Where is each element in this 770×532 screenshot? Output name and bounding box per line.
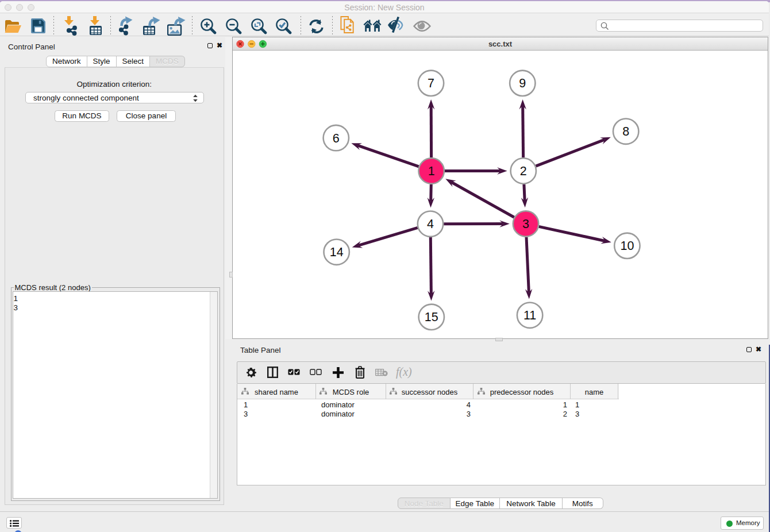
svg-text:8: 8 <box>622 125 629 138</box>
svg-text:1: 1 <box>428 164 435 178</box>
svg-text:15: 15 <box>425 310 438 324</box>
svg-text:7: 7 <box>428 76 434 90</box>
svg-text:6: 6 <box>333 132 340 145</box>
svg-text:3: 3 <box>522 217 529 231</box>
svg-text:9: 9 <box>519 76 526 90</box>
svg-text:14: 14 <box>330 245 344 259</box>
svg-text:2: 2 <box>520 164 527 178</box>
svg-text:11: 11 <box>523 309 536 322</box>
svg-text:10: 10 <box>620 239 634 253</box>
svg-text:4: 4 <box>427 217 434 231</box>
